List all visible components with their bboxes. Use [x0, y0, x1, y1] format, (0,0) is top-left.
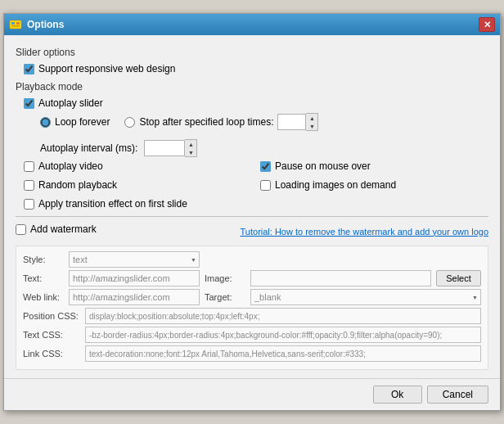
loading-images-label: Loading images on demand: [275, 179, 396, 191]
add-watermark-label: Add watermark: [30, 223, 97, 235]
tutorial-link[interactable]: Tutorial: How to remove the watermark an…: [241, 227, 488, 237]
random-playback-label: Random playback: [38, 179, 117, 191]
close-button[interactable]: ✕: [479, 17, 495, 32]
select-button[interactable]: Select: [436, 270, 481, 286]
loop-row: Loop forever Stop after specified loop t…: [40, 113, 488, 135]
link-css-label: Link CSS:: [23, 349, 80, 359]
slider-options-label: Slider options: [16, 47, 488, 58]
text-css-input[interactable]: [85, 327, 481, 343]
autoplay-slider-row: Autoplay slider: [24, 97, 488, 109]
interval-input[interactable]: 5000: [144, 140, 185, 156]
stop-after-label: Stop after specified loop times:: [139, 116, 273, 128]
stop-after-input[interactable]: 1: [277, 114, 306, 130]
autoplay-video-checkbox[interactable]: [24, 161, 34, 172]
apply-transition-label: Apply transition effect on first slide: [38, 198, 187, 210]
interval-spin-buttons: ▲ ▼: [185, 139, 197, 157]
title-bar-left: Options: [9, 18, 64, 31]
link-css-row: Link CSS:: [23, 345, 481, 362]
text-input[interactable]: [69, 270, 200, 286]
loop-forever-row: Loop forever: [40, 116, 110, 128]
divider1: [16, 216, 488, 217]
loading-images-row: Loading images on demand: [260, 179, 488, 191]
weblink-input[interactable]: [69, 289, 200, 305]
cancel-button[interactable]: Cancel: [427, 386, 488, 404]
loading-images-checkbox[interactable]: [260, 180, 271, 191]
window-title: Options: [27, 19, 64, 30]
style-dropdown-wrapper: text image: [69, 251, 200, 268]
position-css-row: Position CSS:: [23, 308, 481, 324]
pause-on-mouse-checkbox[interactable]: [260, 161, 271, 172]
weblink-label: Web link:: [23, 292, 64, 302]
footer: Ok Cancel: [4, 378, 500, 410]
text-label: Text:: [23, 273, 64, 283]
position-css-label: Position CSS:: [23, 311, 80, 321]
loop-forever-radio[interactable]: [40, 117, 51, 128]
random-playback-checkbox[interactable]: [24, 180, 34, 191]
autoplay-slider-label: Autoplay slider: [38, 97, 103, 109]
support-responsive-row: Support responsive web design: [24, 63, 488, 74]
interval-down[interactable]: ▼: [185, 148, 196, 156]
stop-after-spinbox: 1 ▲ ▼: [277, 113, 318, 131]
apply-transition-checkbox[interactable]: [24, 199, 34, 210]
playback-mode-label: Playback mode: [16, 81, 488, 92]
image-input[interactable]: [250, 270, 431, 286]
interval-row: Autoplay interval (ms): 5000 ▲ ▼: [40, 139, 488, 157]
add-watermark-row: Add watermark: [16, 223, 97, 235]
watermark-row: Add watermark Tutorial: How to remove th…: [16, 223, 488, 239]
random-playback-row: Random playback: [24, 179, 252, 191]
support-responsive-label: Support responsive web design: [38, 63, 175, 74]
app-icon: [9, 18, 22, 31]
autoplay-slider-checkbox[interactable]: [24, 98, 34, 109]
target-label: Target:: [205, 292, 245, 302]
add-watermark-checkbox[interactable]: [16, 224, 26, 235]
interval-up[interactable]: ▲: [185, 140, 196, 148]
autoplay-video-row: Autoplay video: [24, 160, 252, 172]
stop-after-spin-buttons: ▲ ▼: [306, 113, 318, 131]
style-dropdown[interactable]: text image: [69, 251, 200, 268]
ok-button[interactable]: Ok: [373, 386, 422, 404]
stop-after-down[interactable]: ▼: [306, 122, 317, 130]
autoplay-video-label: Autoplay video: [38, 160, 103, 172]
target-dropdown-wrapper: _blank _self _parent _top: [250, 289, 481, 305]
support-responsive-checkbox[interactable]: [24, 64, 34, 74]
options-window: Options ✕ Slider options Support respons…: [3, 13, 501, 411]
interval-spinbox: 5000 ▲ ▼: [144, 139, 197, 157]
style-label: Style:: [23, 255, 64, 264]
interval-label: Autoplay interval (ms):: [40, 142, 137, 154]
link-css-input[interactable]: [85, 345, 481, 362]
apply-transition-row: Apply transition effect on first slide: [24, 198, 252, 210]
svg-rect-3: [11, 25, 20, 27]
title-bar: Options ✕: [4, 14, 500, 35]
watermark-fields: Style: text image Text: Image: Select: [16, 246, 488, 370]
main-content: Slider options Support responsive web de…: [4, 35, 500, 378]
pause-on-mouse-label: Pause on mouse over: [275, 160, 371, 172]
text-css-row: Text CSS:: [23, 327, 481, 343]
pause-on-mouse-row: Pause on mouse over: [260, 160, 488, 172]
stop-after-radio[interactable]: [124, 117, 135, 128]
target-dropdown[interactable]: _blank _self _parent _top: [250, 289, 481, 305]
loop-forever-label: Loop forever: [55, 116, 110, 128]
position-css-input[interactable]: [85, 308, 481, 324]
svg-rect-1: [11, 22, 15, 25]
stop-after-row: Stop after specified loop times: 1 ▲ ▼: [124, 113, 318, 131]
stop-after-up[interactable]: ▲: [306, 114, 317, 122]
text-css-label: Text CSS:: [23, 330, 80, 340]
image-label: Image:: [205, 273, 245, 283]
svg-rect-2: [16, 22, 20, 25]
